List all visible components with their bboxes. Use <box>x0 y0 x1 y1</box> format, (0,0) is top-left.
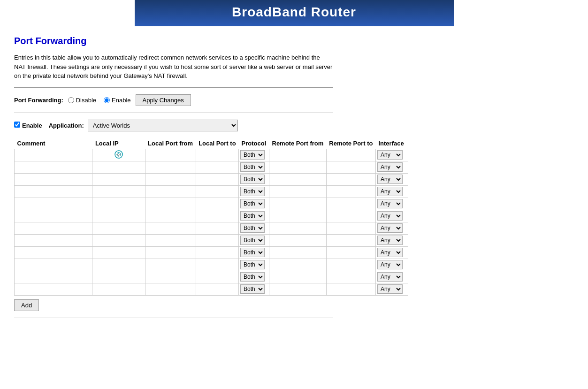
local-port-from-input[interactable] <box>147 164 194 171</box>
disable-radio-label[interactable]: Disable <box>68 97 96 104</box>
enable-radio-label[interactable]: Enable <box>104 97 130 104</box>
remote-port-to-input[interactable] <box>328 152 374 159</box>
local-port-from-input[interactable] <box>147 152 194 159</box>
remote-port-from-input[interactable] <box>271 176 325 183</box>
protocol-select[interactable]: BothTCPUDP <box>240 236 265 245</box>
enable-radio[interactable] <box>104 97 110 103</box>
local-ip-input[interactable] <box>94 262 143 268</box>
local-ip-input[interactable] <box>94 176 143 183</box>
local-port-from-input[interactable] <box>147 201 194 207</box>
local-port-from-input[interactable] <box>147 176 194 183</box>
protocol-select[interactable]: BothTCPUDP <box>240 150 265 160</box>
local-port-to-input[interactable] <box>198 189 237 195</box>
interface-select[interactable]: AnyWANLAN <box>377 236 403 245</box>
local-port-to-input[interactable] <box>198 250 237 256</box>
local-port-from-input[interactable] <box>147 225 194 232</box>
local-port-to-input[interactable] <box>198 286 237 293</box>
interface-select[interactable]: AnyWANLAN <box>377 223 403 233</box>
disable-radio[interactable] <box>68 97 74 103</box>
comment-input[interactable] <box>16 152 91 159</box>
comment-input[interactable] <box>16 286 91 293</box>
interface-select[interactable]: AnyWANLAN <box>377 284 403 294</box>
local-ip-input[interactable] <box>94 189 143 195</box>
local-port-from-input[interactable] <box>147 189 194 195</box>
remote-port-from-input[interactable] <box>271 189 325 195</box>
interface-select[interactable]: AnyWANLAN <box>377 272 403 282</box>
remote-port-from-input[interactable] <box>271 250 325 256</box>
comment-input[interactable] <box>16 237 91 244</box>
protocol-select[interactable]: BothTCPUDP <box>240 187 265 196</box>
application-select[interactable]: Active WorldsAIM TalkAOL Instant Messeng… <box>88 120 238 131</box>
interface-select[interactable]: AnyWANLAN <box>377 150 403 160</box>
protocol-select[interactable]: BothTCPUDP <box>240 260 265 269</box>
local-port-from-input[interactable] <box>147 213 194 220</box>
protocol-select[interactable]: BothTCPUDP <box>240 223 265 233</box>
comment-input[interactable] <box>16 225 91 232</box>
comment-input[interactable] <box>16 176 91 183</box>
protocol-select[interactable]: BothTCPUDP <box>240 284 265 294</box>
remote-port-to-input[interactable] <box>328 225 374 232</box>
local-port-to-input[interactable] <box>198 152 237 159</box>
remote-port-to-input[interactable] <box>328 164 374 171</box>
local-port-from-input[interactable] <box>147 237 194 244</box>
local-port-to-input[interactable] <box>198 201 237 207</box>
local-ip-input[interactable] <box>94 201 143 207</box>
enable-checkbox[interactable] <box>14 122 20 128</box>
remote-port-from-input[interactable] <box>271 201 325 207</box>
comment-input[interactable] <box>16 201 91 207</box>
protocol-select[interactable]: BothTCPUDP <box>240 272 265 282</box>
local-port-to-input[interactable] <box>198 237 237 244</box>
local-ip-input[interactable] <box>94 213 143 220</box>
remote-port-to-input[interactable] <box>328 201 374 207</box>
local-ip-input[interactable] <box>94 286 143 293</box>
remote-port-from-input[interactable] <box>271 274 325 281</box>
remote-port-to-input[interactable] <box>328 250 374 256</box>
remote-port-to-input[interactable] <box>328 274 374 281</box>
interface-select[interactable]: AnyWANLAN <box>377 199 403 208</box>
local-ip-input[interactable] <box>94 225 143 232</box>
local-port-from-input[interactable] <box>147 250 194 256</box>
remote-port-to-input[interactable] <box>328 189 374 195</box>
local-port-from-input[interactable] <box>147 262 194 268</box>
interface-select[interactable]: AnyWANLAN <box>377 248 403 257</box>
local-ip-input[interactable] <box>94 164 143 171</box>
protocol-select[interactable]: BothTCPUDP <box>240 175 265 184</box>
protocol-select[interactable]: BothTCPUDP <box>240 162 265 172</box>
local-port-to-input[interactable] <box>198 225 237 232</box>
interface-select[interactable]: AnyWANLAN <box>377 260 403 269</box>
protocol-select[interactable]: BothTCPUDP <box>240 211 265 221</box>
comment-input[interactable] <box>16 274 91 281</box>
interface-select[interactable]: AnyWANLAN <box>377 211 403 221</box>
remote-port-to-input[interactable] <box>328 176 374 183</box>
local-port-to-input[interactable] <box>198 176 237 183</box>
protocol-select[interactable]: BothTCPUDP <box>240 248 265 257</box>
local-port-from-input[interactable] <box>147 274 194 281</box>
add-button[interactable]: Add <box>14 299 39 311</box>
local-port-to-input[interactable] <box>198 213 237 220</box>
comment-input[interactable] <box>16 250 91 256</box>
local-port-to-input[interactable] <box>198 262 237 268</box>
remote-port-from-input[interactable] <box>271 225 325 232</box>
local-ip-input[interactable] <box>94 274 143 281</box>
local-ip-input[interactable] <box>94 237 143 244</box>
interface-select[interactable]: AnyWANLAN <box>377 162 403 172</box>
remote-port-from-input[interactable] <box>271 286 325 293</box>
remote-port-from-input[interactable] <box>271 152 325 159</box>
comment-input[interactable] <box>16 189 91 195</box>
local-port-from-input[interactable] <box>147 286 194 293</box>
remote-port-from-input[interactable] <box>271 262 325 268</box>
comment-input[interactable] <box>16 213 91 220</box>
interface-select[interactable]: AnyWANLAN <box>377 187 403 196</box>
comment-input[interactable] <box>16 164 91 171</box>
enable-checkbox-label[interactable] <box>14 122 20 129</box>
apply-changes-button[interactable]: Apply Changes <box>136 94 191 106</box>
remote-port-to-input[interactable] <box>328 262 374 268</box>
remote-port-to-input[interactable] <box>328 213 374 220</box>
remote-port-from-input[interactable] <box>271 164 325 171</box>
local-port-to-input[interactable] <box>198 274 237 281</box>
remote-port-from-input[interactable] <box>271 213 325 220</box>
remote-port-from-input[interactable] <box>271 237 325 244</box>
interface-select[interactable]: AnyWANLAN <box>377 175 403 184</box>
remote-port-to-input[interactable] <box>328 286 374 293</box>
protocol-select[interactable]: BothTCPUDP <box>240 199 265 208</box>
